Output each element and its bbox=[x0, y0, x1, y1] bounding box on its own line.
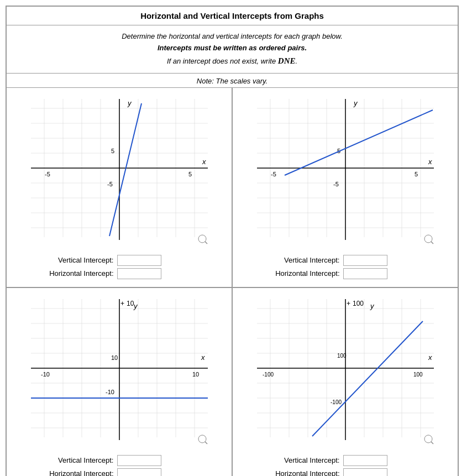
svg-text:10: 10 bbox=[111, 354, 118, 361]
graph-svg-1: y x 5 -5 -5 5 bbox=[25, 93, 213, 248]
horizontal-intercept-label-3: Horizontal Intercept: bbox=[31, 469, 114, 476]
svg-text:y: y bbox=[127, 99, 132, 107]
svg-line-119 bbox=[431, 442, 433, 444]
vertical-intercept-input-3[interactable] bbox=[117, 455, 161, 466]
horizontal-intercept-input-4[interactable] bbox=[343, 468, 387, 476]
graph-cell-4: 100 + y x 100 -100 -100 100 Vertical Int… bbox=[232, 287, 458, 476]
svg-point-56 bbox=[424, 235, 432, 243]
instruction-line1: Determine the horizontal and vertical in… bbox=[122, 32, 343, 40]
svg-line-55 bbox=[285, 110, 433, 175]
svg-text:y: y bbox=[370, 302, 375, 310]
svg-text:10: 10 bbox=[192, 371, 199, 378]
svg-text:100: 100 bbox=[353, 300, 364, 307]
svg-text:-10: -10 bbox=[106, 389, 114, 395]
horizontal-intercept-row-1: Horizontal Intercept: bbox=[31, 268, 208, 279]
horizontal-intercept-input-1[interactable] bbox=[117, 268, 161, 279]
horizontal-intercept-label-4: Horizontal Intercept: bbox=[257, 469, 340, 476]
vertical-intercept-label-2: Vertical Intercept: bbox=[257, 256, 340, 264]
horizontal-intercept-input-2[interactable] bbox=[343, 268, 387, 279]
graph-cell-3: 10 + y x 10 -10 -10 10 Vertical Intercep… bbox=[7, 287, 232, 476]
horizontal-intercept-row-3: Horizontal Intercept: bbox=[31, 468, 208, 476]
svg-line-28 bbox=[205, 242, 207, 244]
horizontal-intercept-input-3[interactable] bbox=[117, 468, 161, 476]
page-title: Horizontal and Vertical Intercepts from … bbox=[7, 7, 458, 25]
svg-text:-5: -5 bbox=[333, 181, 339, 187]
vertical-intercept-label-3: Vertical Intercept: bbox=[31, 456, 114, 464]
horizontal-intercept-label-1: Horizontal Intercept: bbox=[31, 269, 114, 278]
svg-text:-10: -10 bbox=[41, 371, 50, 378]
graph-canvas-4: 100 + y x 100 -100 -100 100 bbox=[251, 294, 439, 448]
svg-text:-100: -100 bbox=[331, 399, 342, 405]
vertical-intercept-input-4[interactable] bbox=[343, 455, 387, 466]
svg-text:x: x bbox=[202, 158, 206, 166]
svg-text:10: 10 bbox=[127, 300, 134, 307]
graph-canvas-2: y x 5 -5 -5 5 bbox=[251, 93, 439, 248]
graph-cell-1: y x 5 -5 -5 5 Vertical Intercept: bbox=[7, 88, 232, 287]
main-container: Horizontal and Vertical Intercepts from … bbox=[6, 6, 459, 476]
svg-text:x: x bbox=[428, 158, 432, 166]
svg-point-27 bbox=[198, 235, 206, 243]
svg-line-57 bbox=[431, 242, 433, 244]
svg-point-87 bbox=[198, 435, 206, 443]
graph-canvas-1: y x 5 -5 -5 5 bbox=[25, 93, 213, 248]
dne-text: DNE bbox=[278, 56, 296, 65]
instructions: Determine the horizontal and vertical in… bbox=[7, 25, 458, 74]
svg-text:y: y bbox=[353, 99, 358, 107]
svg-text:5: 5 bbox=[188, 171, 192, 177]
vertical-intercept-label-4: Vertical Intercept: bbox=[257, 456, 340, 464]
vertical-intercept-row-2: Vertical Intercept: bbox=[257, 255, 434, 266]
svg-text:5: 5 bbox=[415, 171, 418, 177]
svg-text:x: x bbox=[201, 353, 205, 362]
graph-svg-3: 10 + y x 10 -10 -10 10 bbox=[25, 294, 213, 448]
horizontal-intercept-row-4: Horizontal Intercept: bbox=[257, 468, 434, 476]
svg-text:-5: -5 bbox=[107, 181, 113, 187]
graphs-grid: y x 5 -5 -5 5 Vertical Intercept: bbox=[7, 88, 458, 476]
svg-text:-100: -100 bbox=[263, 372, 274, 378]
svg-text:100: 100 bbox=[413, 372, 423, 378]
vertical-intercept-row-3: Vertical Intercept: bbox=[31, 455, 208, 466]
graph-svg-4: 100 + y x 100 -100 -100 100 bbox=[251, 294, 439, 448]
svg-line-88 bbox=[205, 442, 207, 444]
horizontal-intercept-row-2: Horizontal Intercept: bbox=[257, 268, 434, 279]
horizontal-intercept-label-2: Horizontal Intercept: bbox=[257, 269, 340, 278]
svg-text:-5: -5 bbox=[45, 171, 50, 177]
svg-text:+: + bbox=[347, 300, 350, 307]
svg-text:5: 5 bbox=[111, 148, 114, 154]
graph-cell-2: y x 5 -5 -5 5 Vertical Intercept: Horizo… bbox=[232, 88, 458, 287]
note-text: Note: The scales vary. bbox=[7, 74, 458, 88]
svg-text:y: y bbox=[133, 302, 138, 310]
svg-text:100: 100 bbox=[337, 353, 347, 359]
svg-point-118 bbox=[424, 435, 432, 443]
vertical-intercept-row-4: Vertical Intercept: bbox=[257, 455, 434, 466]
instruction-line2: Intercepts must be written as ordered pa… bbox=[158, 44, 307, 52]
graph-canvas-3: 10 + y x 10 -10 -10 10 bbox=[25, 294, 213, 448]
svg-text:x: x bbox=[428, 353, 432, 362]
vertical-intercept-label-1: Vertical Intercept: bbox=[31, 256, 114, 264]
svg-text:-5: -5 bbox=[271, 171, 276, 177]
vertical-intercept-row-1: Vertical Intercept: bbox=[31, 255, 208, 266]
svg-text:+: + bbox=[120, 300, 124, 307]
vertical-intercept-input-2[interactable] bbox=[343, 255, 387, 266]
vertical-intercept-input-1[interactable] bbox=[117, 255, 161, 266]
instruction-line3-prefix: If an intercept does not exist, write bbox=[167, 57, 278, 65]
graph-svg-2: y x 5 -5 -5 5 bbox=[251, 93, 439, 248]
